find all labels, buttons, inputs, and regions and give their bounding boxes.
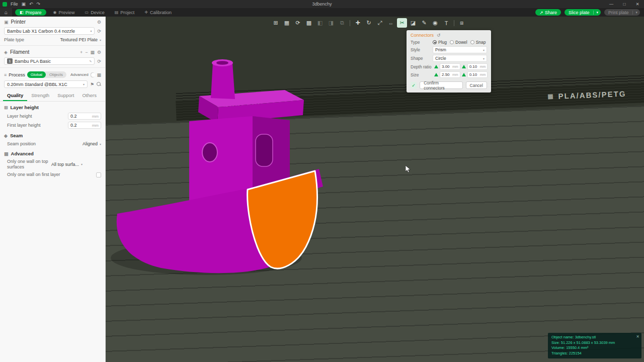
slice-plate-button[interactable]: Slice plate ▾ (565, 9, 601, 16)
radio-snap-label: Snap (476, 40, 486, 45)
objects-table-icon[interactable]: ▦ (97, 72, 101, 77)
undo-icon[interactable]: ↶ (29, 0, 33, 8)
slice-dropdown-icon[interactable]: ▾ (593, 11, 601, 15)
split-objects-icon[interactable]: ◧ (315, 18, 325, 28)
first-layer-height-label: First layer height (7, 123, 68, 128)
assembly-view-icon[interactable]: ⧈ (457, 18, 467, 28)
tab-quality[interactable]: Quality (3, 91, 27, 101)
size-slider[interactable] (434, 73, 438, 76)
wall-top-dropdown[interactable]: All top surfa... ▾ (51, 162, 83, 167)
scope-global-button[interactable]: Global (27, 71, 46, 78)
printer-preset-dropdown[interactable]: Bambu Lab X1 Carbon 0.4 nozzle ▾ (4, 27, 95, 35)
depth-tolerance-slider[interactable] (462, 65, 466, 68)
layer-height-unit: mm (92, 114, 99, 119)
style-dropdown[interactable]: Prism ▾ (433, 46, 487, 53)
mesh-boolean-icon[interactable]: ◪ (408, 18, 418, 28)
plate-type-dropdown[interactable]: Textured PEI Plate ▾ (60, 37, 101, 42)
text-tool-icon[interactable]: T (441, 18, 451, 28)
first-layer-height-unit: mm (92, 123, 99, 128)
radio-snap[interactable]: Snap (470, 40, 486, 45)
size-tolerance-input[interactable] (469, 72, 480, 77)
depth-ratio-unit: mm (452, 65, 458, 68)
radio-dowel[interactable]: Dowel (450, 40, 467, 45)
add-model-icon[interactable]: ⊞ (271, 18, 281, 28)
tab-project-label: Project (120, 10, 134, 15)
advanced-section-header: ▤ Advanced (0, 148, 105, 158)
remove-filament-icon[interactable]: − (85, 50, 88, 55)
benchy-model[interactable] (106, 17, 644, 362)
check-icon: ✓ (411, 82, 417, 88)
tab-others[interactable]: Others (78, 91, 101, 101)
layer-height-input[interactable] (70, 114, 89, 119)
tab-support[interactable]: Support (53, 91, 78, 101)
auto-orient-icon[interactable]: ⟳ (293, 18, 303, 28)
cancel-button[interactable]: Cancel (466, 81, 487, 89)
reset-icon[interactable]: ↺ (437, 33, 441, 38)
redo-icon[interactable]: ↷ (37, 0, 41, 8)
tab-device[interactable]: ▭ Device (80, 8, 110, 17)
depth-tolerance-input[interactable] (469, 64, 480, 69)
filament-header-label: Filament (10, 49, 29, 55)
filament-sync-icon[interactable]: ⟳ (97, 59, 101, 64)
tab-calibration[interactable]: ✛ Calibration (139, 8, 177, 17)
file-menu[interactable]: File (11, 2, 18, 7)
arrange-icon[interactable]: ▩ (304, 18, 314, 28)
maximize-button[interactable]: □ (618, 0, 631, 8)
depth-ratio-input[interactable] (442, 64, 452, 69)
close-icon[interactable]: ✕ (636, 334, 639, 339)
home-button[interactable]: ⌂ (0, 8, 12, 17)
chevron-down-icon: ▾ (83, 82, 85, 86)
mouse-cursor (406, 165, 412, 175)
tab-prepare[interactable]: ◧ Prepare (12, 8, 48, 17)
edit-icon[interactable]: ✎ (89, 59, 92, 63)
filament-icon: ◈ (4, 50, 8, 55)
layer-height-field: mm (68, 113, 101, 120)
tab-preview[interactable]: ◉ Preview (48, 8, 80, 17)
print-dropdown-icon[interactable]: ▾ (632, 11, 640, 15)
scope-objects-button[interactable]: Objects (46, 72, 66, 77)
printer-settings-gear-icon[interactable]: ⚙ (97, 20, 101, 25)
seam-paint-icon[interactable]: ◉ (430, 18, 440, 28)
split-parts-icon[interactable]: ◨ (326, 18, 336, 28)
process-header-label: Process (9, 72, 25, 77)
shape-dropdown[interactable]: Circle ▾ (433, 55, 487, 62)
rotate-icon[interactable]: ↻ (364, 18, 374, 28)
clone-icon[interactable]: ⧉ (337, 18, 347, 28)
save-icon[interactable]: ▣ (22, 0, 26, 8)
process-preset-dropdown[interactable]: 0.20mm Standard @BBL X1C ▾ (4, 80, 88, 88)
advanced-toggle[interactable] (91, 72, 95, 77)
radio-plug[interactable]: Plug (433, 40, 447, 45)
move-icon[interactable]: ✚ (353, 18, 363, 28)
scale-icon[interactable]: ⤢ (375, 18, 385, 28)
depth-ratio-slider[interactable] (434, 65, 438, 68)
confirm-connectors-button[interactable]: Confirm connectors (420, 81, 462, 89)
wall-first-layer-checkbox[interactable] (96, 172, 101, 177)
close-button[interactable]: ✕ (631, 0, 644, 8)
3d-viewport[interactable]: HOT SURFACE ▦ PLA/ABS/PETG ⊞ ▦ ⟳ ▩ ◧ ◨ ⧉… (106, 17, 644, 362)
size-tolerance-slider[interactable] (462, 73, 466, 76)
tab-strength[interactable]: Strength (27, 91, 53, 101)
cut-tool-icon[interactable]: ✂ (397, 18, 407, 28)
share-button[interactable]: ↗ Share (535, 9, 561, 16)
size-input[interactable] (442, 72, 452, 77)
support-paint-icon[interactable]: ✎ (419, 18, 429, 28)
flush-volumes-icon[interactable]: ▦ (90, 50, 95, 55)
seam-position-dropdown[interactable]: Aligned ▾ (83, 141, 101, 146)
add-plate-icon[interactable]: ▦ (282, 18, 292, 28)
filament-settings-gear-icon[interactable]: ⚙ (97, 50, 101, 55)
search-icon[interactable] (97, 82, 101, 86)
minimize-button[interactable]: — (605, 0, 618, 8)
chevron-down-icon: ▾ (81, 162, 83, 166)
radio-plug-dot (433, 40, 437, 44)
preset-flag-icon[interactable]: ⚑ (90, 82, 94, 87)
print-plate-button[interactable]: Print plate ▾ (604, 9, 640, 16)
printer-sync-icon[interactable]: ⟳ (97, 29, 101, 34)
mirror-icon[interactable]: ⇔ (386, 18, 396, 28)
first-layer-height-input[interactable] (70, 123, 89, 128)
process-tabs: Quality Strength Support Others (0, 89, 105, 102)
add-filament-icon[interactable]: + (80, 50, 83, 55)
seam-section-label: Seam (10, 133, 23, 138)
filament-preset-dropdown[interactable]: 1 Bambu PLA Basic ✎ (4, 57, 95, 65)
depth-ratio-label: Depth ratio (411, 64, 433, 69)
tab-project[interactable]: ▤ Project (110, 8, 140, 17)
